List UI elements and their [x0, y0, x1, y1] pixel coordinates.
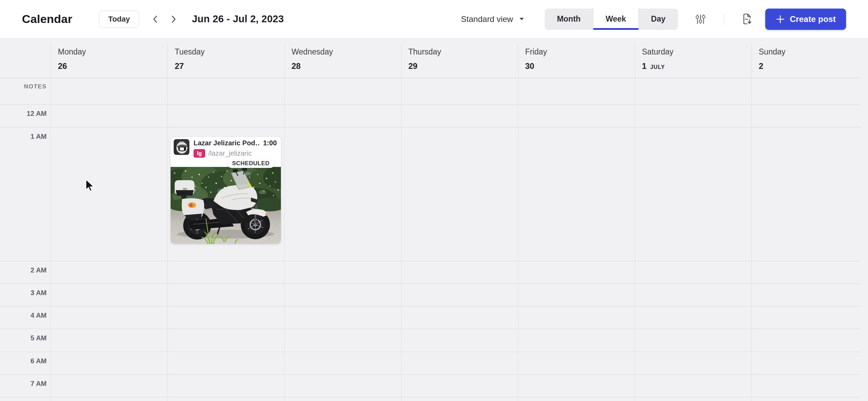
prev-week-button[interactable] [149, 13, 162, 25]
notes-cell-wednesday[interactable] [284, 78, 401, 104]
calendar-cell[interactable] [401, 127, 518, 261]
notes-cell-thursday[interactable] [401, 78, 518, 104]
time-label-cell: 5 AM [0, 329, 51, 352]
day-number: 2 [759, 61, 763, 71]
topbar: Calendar Today Jun 26 - Jul 2, 2023 Stan… [0, 0, 868, 38]
plus-icon [776, 14, 785, 24]
calendar-cell[interactable] [752, 105, 868, 127]
calendar-cell[interactable] [518, 375, 635, 397]
view-selector-label: Standard view [461, 14, 513, 24]
notes-cell-saturday[interactable] [635, 78, 752, 104]
today-button[interactable]: Today [99, 11, 139, 28]
calendar-cell[interactable] [401, 352, 518, 374]
notes-cell-monday[interactable] [51, 78, 168, 104]
calendar-cell[interactable] [51, 284, 168, 306]
page-title: Calendar [22, 12, 72, 26]
notes-cell-sunday[interactable] [752, 78, 868, 104]
calendar-cell[interactable] [635, 127, 752, 261]
calendar-cell[interactable] [401, 105, 518, 127]
calendar-cell[interactable] [284, 375, 401, 397]
calendar-cell[interactable] [518, 284, 635, 306]
calendar-cell-tuesday-1am[interactable]: Lazar Jelizaric Pod… 1:00 Ig /lazar_jeli… [168, 127, 284, 261]
day-header-monday: Monday 26 [51, 38, 168, 78]
calendar-cell[interactable] [168, 397, 284, 401]
create-post-button[interactable]: Create post [765, 9, 846, 30]
calendar-cell[interactable] [635, 352, 752, 374]
time-row-7am: 7 AM [0, 375, 861, 397]
tab-month[interactable]: Month [545, 9, 593, 30]
calendar-cell[interactable] [284, 397, 401, 401]
calendar-cell[interactable] [51, 261, 168, 283]
calendar-cell[interactable] [401, 375, 518, 397]
calendar-cell[interactable] [51, 375, 168, 397]
calendar-cell[interactable] [401, 306, 518, 329]
calendar-cell[interactable] [635, 329, 752, 352]
tab-week[interactable]: Week [593, 9, 638, 30]
calendar-cell[interactable] [168, 284, 284, 306]
calendar-cell[interactable] [401, 261, 518, 283]
calendar-cell[interactable] [168, 306, 284, 329]
calendar-cell[interactable] [51, 329, 168, 352]
calendar-week-view: Monday 26 Tuesday 27 Wednesday 28 Thursd… [0, 38, 868, 401]
calendar-cell[interactable] [635, 397, 752, 401]
calendar-cell[interactable] [51, 397, 168, 401]
calendar-cell[interactable] [168, 329, 284, 352]
time-label: 5 AM [30, 334, 47, 342]
calendar-cell[interactable] [284, 352, 401, 374]
calendar-cell[interactable] [401, 329, 518, 352]
day-header-tuesday: Tuesday 27 [168, 38, 284, 78]
post-time: 1:00 [263, 139, 277, 147]
calendar-cell[interactable] [635, 306, 752, 329]
day-name: Thursday [408, 47, 518, 57]
calendar-cell[interactable] [284, 284, 401, 306]
day-number: 26 [58, 61, 67, 71]
filter-button[interactable] [693, 12, 708, 27]
calendar-cell[interactable] [518, 127, 635, 261]
calendar-cell[interactable] [518, 306, 635, 329]
calendar-cell[interactable] [51, 105, 168, 127]
view-selector-dropdown[interactable]: Standard view [461, 14, 524, 24]
calendar-cell[interactable] [752, 261, 868, 283]
notes-cell-tuesday[interactable] [168, 78, 284, 104]
tab-day[interactable]: Day [638, 9, 678, 30]
calendar-cell[interactable] [284, 261, 401, 283]
calendar-cell[interactable] [635, 375, 752, 397]
calendar-cell[interactable] [284, 127, 401, 261]
calendar-cell[interactable] [752, 375, 868, 397]
calendar-cell[interactable] [168, 105, 284, 127]
calendar-cell[interactable] [752, 127, 868, 261]
calendar-cell[interactable] [635, 261, 752, 283]
calendar-cell[interactable] [752, 352, 868, 374]
calendar-cell[interactable] [51, 127, 168, 261]
day-header-thursday: Thursday 29 [401, 38, 518, 78]
calendar-cell[interactable] [752, 284, 868, 306]
calendar-cell[interactable] [284, 306, 401, 329]
calendar-cell[interactable] [284, 329, 401, 352]
export-posts-button[interactable] [740, 12, 755, 27]
calendar-cell[interactable] [401, 284, 518, 306]
calendar-cell[interactable] [518, 352, 635, 374]
time-label-cell: 1 AM [0, 127, 51, 261]
calendar-cell[interactable] [168, 261, 284, 283]
calendar-cell[interactable] [51, 352, 168, 374]
time-label: 2 AM [30, 266, 47, 274]
calendar-cell[interactable] [51, 306, 168, 329]
day-header-row: Monday 26 Tuesday 27 Wednesday 28 Thursd… [0, 38, 861, 78]
calendar-cell[interactable] [401, 397, 518, 401]
calendar-cell[interactable] [518, 329, 635, 352]
calendar-cell[interactable] [518, 397, 635, 401]
calendar-cell[interactable] [168, 375, 284, 397]
notes-cell-friday[interactable] [518, 78, 635, 104]
calendar-cell[interactable] [518, 105, 635, 127]
day-number: 30 [525, 61, 534, 71]
calendar-cell[interactable] [284, 105, 401, 127]
calendar-cell[interactable] [635, 284, 752, 306]
calendar-cell[interactable] [635, 105, 752, 127]
scheduled-post-card[interactable]: Lazar Jelizaric Pod… 1:00 Ig /lazar_jeli… [170, 136, 281, 244]
calendar-cell[interactable] [168, 352, 284, 374]
calendar-cell[interactable] [752, 397, 868, 401]
next-week-button[interactable] [167, 13, 179, 25]
calendar-cell[interactable] [518, 261, 635, 283]
calendar-cell[interactable] [752, 306, 868, 329]
calendar-cell[interactable] [752, 329, 868, 352]
